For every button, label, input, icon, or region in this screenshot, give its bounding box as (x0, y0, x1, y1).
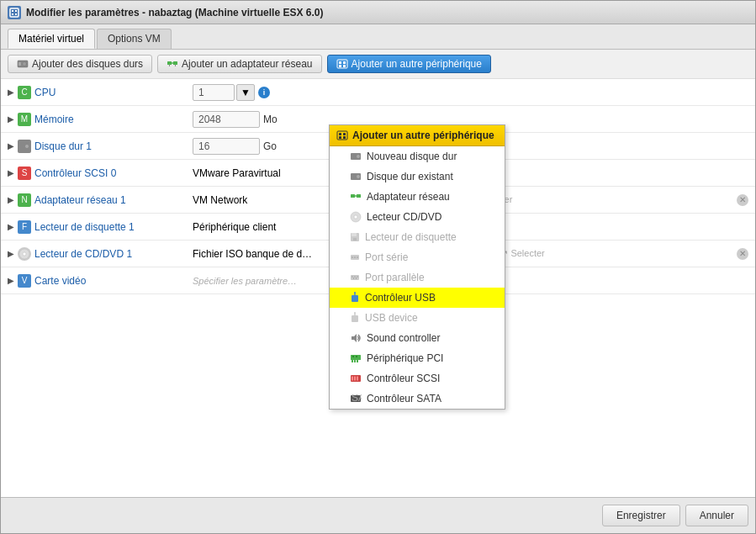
net-label[interactable]: ▶ N Adaptateur réseau 1 (8, 193, 193, 207)
video-label-text: Carte vidéo (34, 275, 86, 287)
svg-rect-25 (339, 133, 341, 135)
svg-rect-62 (354, 360, 356, 362)
add-disk-button[interactable]: Ajouter des disques durs (8, 55, 152, 73)
save-button[interactable]: Enregistrer (602, 505, 680, 526)
video-expand-arrow[interactable]: ▶ (8, 276, 14, 285)
svg-rect-0 (10, 8, 19, 17)
disk-expand-arrow[interactable]: ▶ (8, 141, 14, 151)
dropdown-item-net-label: Adaptateur réseau (367, 191, 450, 203)
cpu-label-text: CPU (34, 87, 56, 98)
floppy-label-text: Lecteur de disquette 1 (34, 221, 135, 233)
svg-rect-56 (352, 315, 358, 322)
dropdown-item-parallel: Port parallèle (330, 267, 505, 288)
existing-disk-icon (350, 172, 362, 182)
svg-point-55 (354, 292, 356, 293)
dropdown-item-sound-label: Sound controller (367, 332, 440, 344)
dropdown-item-existing-disk-label: Disque dur existant (367, 171, 453, 182)
svg-rect-3 (12, 13, 13, 15)
sata-icon: SATA (350, 394, 362, 403)
memory-expand-arrow[interactable]: ▶ (8, 114, 14, 124)
floppy-label[interactable]: ▶ F Lecteur de disquette 1 (8, 220, 193, 234)
cancel-button[interactable]: Annuler (685, 505, 748, 526)
cpu-info-icon[interactable]: i (258, 87, 270, 98)
memory-unit: Mo (263, 114, 278, 125)
svg-point-39 (354, 215, 357, 219)
tab-hardware[interactable]: Matériel virtuel (8, 29, 95, 49)
svg-point-50 (357, 276, 357, 277)
cdrom-expand-arrow[interactable]: ▶ (8, 249, 14, 258)
memory-label[interactable]: ▶ M Mémoire (8, 113, 193, 126)
svg-point-51 (353, 278, 354, 278)
memory-input[interactable] (193, 111, 260, 128)
disk-label[interactable]: ▶ Disque dur 1 (8, 140, 193, 153)
disk-unit: Go (263, 140, 277, 152)
dropdown-item-pci-label: Périphérique PCI (367, 352, 443, 364)
svg-rect-68 (354, 377, 356, 381)
net-adapter-icon (350, 193, 362, 201)
svg-rect-63 (357, 360, 358, 362)
svg-rect-13 (175, 65, 176, 66)
usb-device-icon (350, 312, 360, 324)
net-expand-arrow[interactable]: ▶ (8, 195, 14, 204)
svg-marker-59 (352, 334, 357, 342)
network-icon: N (18, 193, 31, 207)
toolbar: Ajouter des disques durs Ajouter un adap… (1, 50, 755, 79)
svg-rect-14 (337, 60, 347, 68)
svg-rect-17 (339, 65, 341, 67)
cdrom-label[interactable]: ▶ Lecteur de CD/DVD 1 (8, 247, 193, 261)
cpu-expand-arrow[interactable]: ▶ (8, 87, 14, 97)
dropdown-item-usb-ctrl[interactable]: Contrôleur USB (330, 288, 505, 308)
dropdown-item-new-disk[interactable]: Nouveau disque dur (330, 146, 505, 167)
cdrom-remove-icon[interactable]: ✕ (737, 248, 748, 260)
dropdown-item-net[interactable]: Adaptateur réseau (330, 187, 505, 207)
add-other-button[interactable]: Ajouter un autre périphérique (327, 55, 491, 73)
net-value-text: VM Network (193, 194, 247, 206)
add-other-icon (336, 59, 348, 69)
add-disk-icon (17, 59, 29, 69)
dropdown-item-parallel-label: Port parallèle (365, 272, 425, 283)
dropdown-item-sata[interactable]: SATA Contrôleur SATA (330, 389, 505, 409)
floppy-expand-arrow[interactable]: ▶ (8, 222, 14, 231)
dropdown-header-text: Ajouter un autre périphérique (352, 130, 494, 141)
hdd-icon (18, 140, 31, 153)
net-label-text: Adaptateur réseau 1 (34, 194, 126, 206)
floppy-icon: F (18, 220, 31, 234)
dropdown-item-serial: Port série (330, 247, 505, 267)
dropdown-item-scsi[interactable]: Contrôleur SCSI (330, 368, 505, 389)
svg-rect-6 (19, 62, 21, 66)
dropdown-item-cdrom-label: Lecteur CD/DVD (367, 211, 441, 223)
pci-icon (350, 353, 362, 363)
add-adapter-button[interactable]: Ajouter un adaptateur réseau (157, 55, 321, 73)
serial-port-icon (350, 252, 360, 262)
new-disk-icon (350, 151, 362, 161)
scsi-label[interactable]: ▶ S Contrôleur SCSI 0 (8, 167, 193, 180)
footer: Enregistrer Annuler (1, 497, 755, 533)
svg-rect-41 (352, 233, 357, 236)
svg-rect-27 (339, 136, 341, 139)
net-remove-icon[interactable]: ✕ (737, 194, 748, 206)
svg-point-21 (26, 145, 27, 146)
dropdown-item-floppy: Lecteur de disquette (330, 227, 505, 247)
svg-rect-12 (169, 65, 170, 66)
dropdown-item-usb-device: USB device (330, 308, 505, 328)
tab-vm-options[interactable]: Options VM (97, 29, 172, 49)
svg-rect-26 (343, 133, 346, 135)
svg-rect-36 (357, 194, 361, 198)
add-other-dropdown: Ajouter un autre périphérique Nouveau di… (329, 124, 505, 410)
dropdown-item-sound[interactable]: Sound controller (330, 328, 505, 348)
svg-rect-61 (352, 360, 353, 362)
scsi-expand-arrow[interactable]: ▶ (8, 168, 14, 177)
video-label[interactable]: ▶ V Carte vidéo (8, 274, 193, 288)
disk-size-input[interactable] (193, 138, 260, 155)
cpu-count-input[interactable] (193, 84, 235, 101)
dropdown-item-existing-disk[interactable]: Disque dur existant (330, 167, 505, 187)
dropdown-item-cdrom[interactable]: Lecteur CD/DVD (330, 207, 505, 227)
svg-point-45 (354, 256, 356, 258)
cpu-icon: C (18, 86, 31, 99)
cdrom-select-link[interactable]: ↗ Selecter (500, 248, 544, 259)
cpu-label[interactable]: ▶ C CPU (8, 86, 193, 99)
cpu-dropdown-arrow[interactable]: ▼ (236, 84, 255, 101)
dropdown-item-serial-label: Port série (365, 251, 408, 263)
svg-point-46 (357, 256, 358, 258)
dropdown-item-pci[interactable]: Périphérique PCI (330, 348, 505, 368)
